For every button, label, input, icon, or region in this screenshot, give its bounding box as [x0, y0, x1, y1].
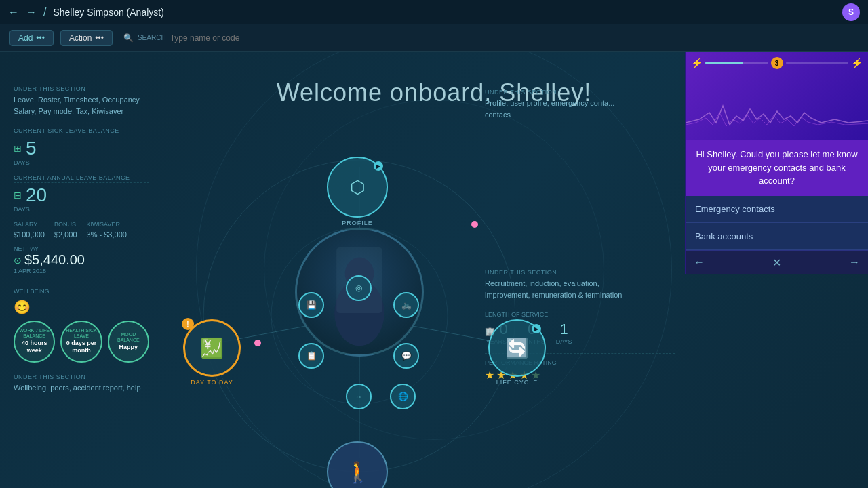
wellbeing-center-node[interactable]: 🚶 WELLBEING [327, 441, 388, 488]
profile-node[interactable]: ⬡ ▶ PROFILE [327, 157, 388, 226]
chat-icon: 💬 [401, 351, 412, 361]
chat-close-button[interactable]: ✕ [772, 256, 781, 269]
daytodday-wrapper: ! 💹 [183, 319, 241, 377]
action-button[interactable]: Action ••• [60, 30, 113, 46]
under-wellbeing-items: Wellbeing, peers, accident report, help [14, 382, 149, 394]
section-under-label: UNDER THIS SECTION [14, 85, 149, 92]
small-node-left[interactable]: 💾 [298, 292, 324, 318]
sick-leave-value: 5 [26, 138, 37, 159]
bonus-label: BONUS [54, 221, 77, 228]
wb-work-life: WORK 7 LIFE BALANCE 40 hours week [14, 321, 55, 363]
main-content: Welcome onboard, Shelley! UNDER THIS SEC… [0, 52, 868, 488]
small-circle-3[interactable]: 🚲 [393, 292, 419, 318]
small-circle-5[interactable]: 💬 [393, 343, 419, 369]
los-days: 1 DAYS [556, 321, 572, 345]
dollar-calc-icon: 💹 [200, 337, 224, 359]
globe-icon: 🌐 [398, 392, 408, 401]
chat-icons-row: ⚡ 3 ⚡ [691, 57, 863, 69]
transfer-icon: ↔ [355, 392, 363, 401]
action-label: Action [69, 33, 92, 43]
search-bar: 🔍 SEARCH [123, 33, 279, 43]
lifecycle-items: Recruitment, induction, evaluation,impro… [485, 278, 675, 300]
fingerprint-icon: ⬡ [350, 177, 366, 198]
bolt-left-icon: ⚡ [691, 58, 703, 68]
annual-leave-label: CURRENT ANNUAL LEAVE BALANCE [14, 174, 149, 183]
kiwisaver-value: 3% - $3,000 [87, 230, 127, 239]
small-circle-7[interactable]: 🌐 [390, 384, 416, 409]
step-badge: 3 [771, 57, 783, 69]
small-node-bottom-right[interactable]: 💬 [393, 343, 419, 369]
lifecycle-circle[interactable]: 🔄 ▶ [488, 319, 546, 377]
small-node-top-center[interactable]: ◎ [346, 275, 372, 301]
under-wellbeing-label: UNDER THIS SECTION [14, 373, 149, 380]
nav-separator: / [43, 6, 46, 18]
wb3-title: MOOD BALANCE [112, 332, 145, 344]
bolt-right-icon: ⚡ [851, 58, 863, 68]
compass-icon: ◎ [355, 283, 362, 293]
cycle-icon: 🔄 [505, 337, 529, 359]
wb-health: HEALTH SICK LEAVE 0 days per month [60, 321, 102, 363]
wellbeing-label: WELLBEING [14, 288, 149, 295]
los-days-val: 1 [560, 321, 568, 338]
avatar[interactable]: S [842, 3, 860, 21]
salary-value: $100,000 [14, 230, 45, 239]
bonus-value: $2,000 [54, 230, 77, 239]
profile-circle[interactable]: ⬡ ▶ [327, 157, 388, 218]
net-pay-date: 1 APR 2018 [14, 268, 149, 274]
person-icon: 🚶 [345, 460, 370, 484]
chat-progress-fill [705, 62, 743, 64]
los-label: LENGTH OF SERVICE [485, 311, 675, 318]
add-button[interactable]: Add ••• [9, 30, 54, 46]
salary-label: SALARY [14, 221, 45, 228]
back-button[interactable]: ← [8, 6, 19, 18]
small-node-right[interactable]: 🚲 [393, 292, 419, 318]
chat-progress-bar-2 [786, 62, 849, 64]
bank-accounts-option[interactable]: Bank accounts [686, 223, 868, 250]
forward-button[interactable]: → [26, 6, 37, 18]
under-wellbeing: UNDER THIS SECTION Wellbeing, peers, acc… [14, 373, 149, 394]
net-pay-value: ⊙ $5,440.00 [14, 252, 149, 268]
lifecycle-under-label: UNDER THIS SECTION [485, 269, 675, 276]
svg-point-7 [254, 340, 261, 346]
lifecycle-label: LIFE CYCLE [496, 379, 538, 386]
right-section-under-label: UNDER THIS SECTION [485, 89, 675, 96]
chat-footer: ← ✕ → [686, 250, 868, 274]
chat-header: ⚡ 3 ⚡ [686, 52, 868, 140]
toolbar: Add ••• Action ••• 🔍 SEARCH [0, 24, 868, 52]
daytodday-node[interactable]: ! 💹 DAY TO DAY [183, 319, 241, 386]
small-node-globe[interactable]: 🌐 [390, 384, 416, 409]
small-circle-1[interactable]: ◎ [346, 275, 372, 301]
daytodday-label: DAY TO DAY [191, 379, 233, 386]
salary-row: SALARY $100,000 BONUS $2,000 KIWISAVER 3… [14, 221, 149, 240]
kiwisaver-item: KIWISAVER 3% - $3,000 [87, 221, 127, 240]
wb3-value: Happy [119, 344, 138, 352]
lifecycle-node[interactable]: 🔄 ▶ LIFE CYCLE [488, 319, 546, 386]
chat-next-button[interactable]: → [849, 256, 860, 268]
wb-mood: MOOD BALANCE Happy [108, 321, 149, 363]
kiwisaver-label: KIWISAVER [87, 221, 127, 228]
search-icon: 🔍 [123, 33, 134, 43]
wb2-title: HEALTH SICK LEAVE [64, 328, 98, 340]
save-icon: 💾 [307, 300, 317, 310]
small-circle-4[interactable]: 📋 [298, 343, 324, 369]
chat-panel: ⚡ 3 ⚡ Hi Shelley. Could you please let m… [685, 52, 868, 274]
small-circle-2[interactable]: 💾 [298, 292, 324, 318]
wb2-value: 0 days per month [64, 340, 98, 355]
chat-prev-button[interactable]: ← [694, 256, 705, 268]
small-node-bottom-left[interactable]: 📋 [298, 343, 324, 369]
annual-leave-unit: DAYS [14, 206, 149, 213]
page-title: Shelley Simpson (Analyst) [53, 7, 163, 18]
chat-progress-bar [705, 62, 768, 64]
doc-icon: 📋 [307, 351, 317, 361]
top-nav: ← → / Shelley Simpson (Analyst) S [0, 0, 868, 24]
small-circle-6[interactable]: ↔ [346, 384, 372, 409]
wb1-title: WORK 7 LIFE BALANCE [18, 328, 51, 340]
emergency-contacts-option[interactable]: Emergency contacts [686, 196, 868, 223]
net-pay-label: NET PAY [14, 245, 149, 252]
search-input[interactable] [170, 33, 279, 43]
sick-leave-unit: DAYS [14, 159, 149, 166]
bike-icon: 🚲 [401, 300, 412, 310]
action-dots: ••• [95, 33, 104, 43]
wellbeing-circle[interactable]: 🚶 [327, 441, 388, 488]
small-node-bottom-center[interactable]: ↔ [346, 384, 372, 409]
